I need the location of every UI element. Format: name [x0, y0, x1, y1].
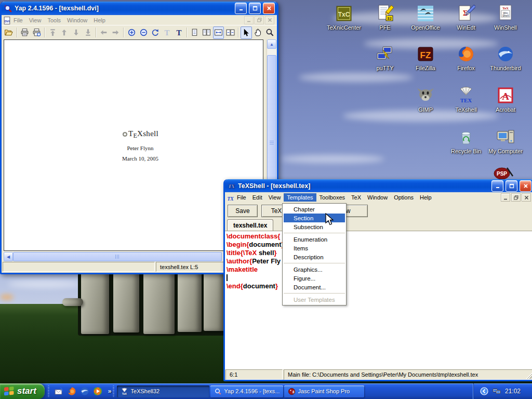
desktop-icon-label: Firefox [457, 65, 475, 71]
texshell-menu-edit[interactable]: Edit [249, 193, 265, 202]
refresh-button[interactable] [150, 26, 161, 39]
task-button-jasc-paint-shop-pro[interactable]: 8Jasc Paint Shop Pro [284, 385, 364, 397]
network-icon[interactable] [493, 387, 501, 395]
texshell-maximize-button[interactable] [506, 180, 517, 192]
select-tool-button[interactable] [241, 26, 252, 39]
print-button[interactable] [19, 26, 31, 39]
yap-maximize-button[interactable] [249, 3, 261, 14]
desktop-icon-gimp[interactable]: GIMP [405, 86, 446, 113]
last-page-button[interactable] [82, 26, 94, 39]
texshell-child-restore-button[interactable] [511, 193, 521, 202]
menu-item-description[interactable]: Description [284, 252, 345, 261]
desktop: TxCTeXnicCenter32PFEOpenOfficeΣWinEdtTeX… [0, 0, 532, 399]
desktop-icon-pfe[interactable]: 32PFE [365, 4, 405, 31]
yap-titlebar[interactable]: Yap 2.4.1596 - [texshell.dvi] [2, 2, 277, 15]
yap-child-restore-button[interactable] [255, 16, 264, 24]
start-button[interactable]: start [0, 383, 45, 399]
yap-close-button[interactable] [263, 3, 275, 14]
text-bold-button[interactable]: T [173, 26, 184, 39]
quicklaunch-media-player-icon[interactable] [93, 387, 102, 396]
horizontal-scroll-thumb[interactable] [13, 252, 222, 261]
view-single-button[interactable] [189, 26, 201, 39]
menu-item-document[interactable]: Document... [284, 283, 345, 291]
open-file-button[interactable] [3, 26, 15, 39]
quick-launch-overflow-chevron[interactable]: » [107, 388, 113, 395]
view-width-button[interactable] [213, 26, 224, 39]
texshell-child-minimize-button[interactable] [501, 193, 510, 202]
texshell-child-close-button[interactable] [522, 193, 531, 202]
texshell-menu-tex[interactable]: TeX [348, 193, 364, 202]
texshell-titlebar[interactable]: TX TeXShell - [texshell.tex] [225, 179, 532, 192]
hide-icons-chevron-icon[interactable] [480, 387, 488, 395]
menu-item-subsection[interactable]: Subsection [284, 222, 345, 231]
document-date: March 10, 2005 [94, 155, 187, 162]
quicklaunch-firefox-mini-icon[interactable] [67, 387, 76, 396]
desktop-icon-recycle[interactable]: Recycle Bin [446, 128, 486, 154]
texshell-menu-help[interactable]: Help [417, 193, 435, 202]
menu-item-graphics[interactable]: Graphics... [284, 265, 345, 274]
first-page-button[interactable] [47, 26, 58, 39]
tex-text: document [243, 282, 275, 290]
desktop-icon-texshell[interactable]: TEXTeXshell [446, 86, 486, 113]
task-button-texshell32[interactable]: TeXTeXShell32 [117, 385, 209, 397]
yap-minimize-button[interactable] [235, 3, 247, 14]
yap-menu-view[interactable]: View [26, 16, 45, 24]
svg-text:TeX: TeX [502, 6, 509, 10]
zoom-in-button[interactable] [126, 26, 137, 39]
previous-page-button[interactable] [59, 26, 70, 39]
desktop-icon-acrobat[interactable]: AAcrobat [485, 86, 526, 113]
texshell-menu-window[interactable]: Window [364, 193, 391, 202]
quicklaunch-thunderbird-mini-icon[interactable] [80, 387, 89, 396]
menu-item-items[interactable]: Items [284, 244, 345, 252]
yap-menu-help[interactable]: Help [90, 16, 109, 24]
print-preview-button[interactable] [31, 26, 42, 39]
yap-menu-window[interactable]: Window [64, 16, 90, 24]
zoom-out-button[interactable] [138, 26, 149, 39]
desktop-icon-openoffice[interactable]: OpenOffice [405, 4, 446, 31]
desktop-icon-paint-shop-pro[interactable]: PSP [494, 166, 514, 180]
pan-tool-button[interactable] [252, 26, 264, 39]
tex-source-editor[interactable]: \documentclass{\begin{document}\title{\T… [225, 231, 532, 369]
task-button-yap-2-4-1596-texs[interactable]: Yap 2.4.1596 - [texs... [210, 385, 283, 397]
desktop-icon-filezilla[interactable]: FZFileZilla [405, 45, 446, 71]
tab-texshell-tex[interactable]: texshell.tex [227, 219, 273, 231]
yap-menu-tools[interactable]: Tools [44, 16, 64, 24]
yap-child-close-button[interactable] [265, 16, 274, 24]
yap-app-icon [4, 4, 12, 13]
texshell-menu-toolboxes[interactable]: Toolboxes [316, 193, 349, 202]
texshell-menu-file[interactable]: File [234, 193, 249, 202]
desktop-icon-winshell[interactable]: TeXWinShellWinShell [485, 4, 526, 31]
next-page-button[interactable] [71, 26, 82, 39]
magnify-tool-button[interactable] [264, 26, 275, 39]
desktop-icon-label: TeXnicCenter [327, 24, 361, 31]
scroll-up-button[interactable]: ▲ [267, 39, 276, 49]
desktop-icon-winedt[interactable]: ΣWinEdt [446, 4, 486, 31]
resize-grip[interactable] [525, 372, 532, 379]
yap-child-minimize-button[interactable] [244, 16, 254, 24]
anchor-marker-icon [122, 130, 128, 139]
menu-item-chapter[interactable]: Chapter [284, 205, 345, 214]
texshell-menu-templates[interactable]: Templates [284, 193, 316, 202]
taskbar: start » TeXTeXShell32Yap 2.4.1596 - [tex… [0, 383, 532, 399]
forward-button[interactable] [110, 26, 122, 39]
desktop-icon-texniccenter[interactable]: TxCTeXnicCenter [324, 4, 364, 31]
menu-item-section[interactable]: Section [284, 214, 345, 222]
save-button[interactable]: Save [228, 205, 258, 217]
texshell-menu-view[interactable]: View [265, 193, 284, 202]
back-button[interactable] [98, 26, 110, 39]
menu-item-enumeration[interactable]: Enumeration [284, 235, 345, 244]
view-facing-button[interactable] [201, 26, 212, 39]
desktop-icon-mycomputer[interactable]: My Computer [485, 128, 526, 154]
menu-item-figure[interactable]: Figure... [284, 274, 345, 283]
texshell-close-button[interactable] [520, 180, 531, 192]
quicklaunch-outlook-express-icon[interactable] [54, 387, 63, 396]
scroll-left-button[interactable]: ◀ [4, 252, 13, 261]
desktop-icon-firefox[interactable]: Firefox [446, 45, 486, 71]
desktop-icon-thunderbird[interactable]: Thunderbird [485, 45, 526, 71]
texshell-menu-options[interactable]: Options [391, 193, 417, 202]
desktop-icon-putty[interactable]: puTTY [365, 45, 405, 71]
yap-menu-file[interactable]: File [10, 16, 26, 24]
texshell-minimize-button[interactable] [491, 180, 503, 192]
text-outline-button[interactable]: T [162, 26, 173, 39]
view-facing-width-button[interactable] [224, 26, 236, 39]
